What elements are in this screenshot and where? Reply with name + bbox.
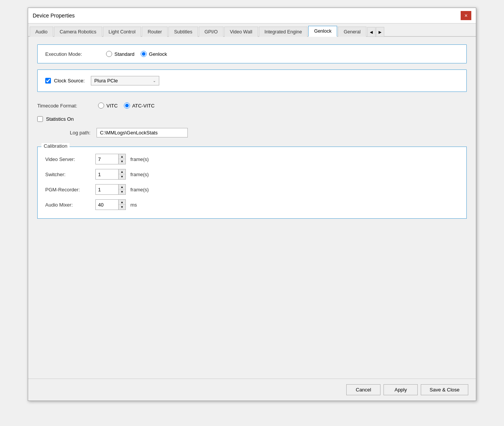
radio-atcvitc-input[interactable] <box>124 103 130 109</box>
pgm-recorder-decrement[interactable]: ▼ <box>119 189 125 194</box>
chevron-down-icon: ⌄ <box>153 79 156 83</box>
window-title: Device Properties <box>33 13 75 19</box>
pgm-recorder-input[interactable] <box>96 185 119 194</box>
clock-source-label: Clock Source: <box>54 78 85 84</box>
pgm-recorder-spinner-buttons: ▲ ▼ <box>119 185 125 194</box>
calibration-section: Calibration Video Server: ▲ ▼ frame(s) S… <box>37 147 467 219</box>
execution-mode-label: Execution Mode: <box>45 51 98 57</box>
radio-vitc-label: VITC <box>106 103 118 109</box>
clock-source-section: Clock Source: Plura PCle ⌄ <box>37 69 467 92</box>
save-close-button[interactable]: Save & Close <box>421 384 468 395</box>
tab-camera-robotics[interactable]: Camera Robotics <box>54 27 102 37</box>
radio-genlock-label: Genlock <box>149 51 167 57</box>
footer: Cancel Apply Save & Close <box>28 379 476 401</box>
pgm-recorder-label: PGM-Recorder: <box>45 187 91 192</box>
switcher-spinner: ▲ ▼ <box>95 169 126 180</box>
timecode-radio-group: VITC ATC-VITC <box>98 103 155 109</box>
radio-atcvitc-label: ATC-VITC <box>132 103 155 109</box>
radio-standard-input[interactable] <box>106 51 112 57</box>
tab-video-wall[interactable]: Video Wall <box>224 27 258 37</box>
switcher-row: Switcher: ▲ ▼ frame(s) <box>45 167 459 182</box>
timecode-label: Timecode Format: <box>37 103 90 109</box>
audio-mixer-label: Audio Mixer: <box>45 202 91 208</box>
clock-source-value: Plura PCle <box>94 78 118 84</box>
radio-genlock[interactable]: Genlock <box>141 51 167 57</box>
execution-mode-row: Execution Mode: Standard Genlock <box>45 51 459 57</box>
radio-standard[interactable]: Standard <box>106 51 135 57</box>
audio-mixer-spinner-buttons: ▲ ▼ <box>119 200 125 210</box>
statistics-checkbox[interactable] <box>37 116 43 122</box>
execution-mode-section: Execution Mode: Standard Genlock <box>37 44 467 63</box>
execution-mode-radio-group: Standard Genlock <box>106 51 167 57</box>
radio-atcvitc[interactable]: ATC-VITC <box>124 103 155 109</box>
tab-router[interactable]: Router <box>142 27 168 37</box>
pgm-recorder-increment[interactable]: ▲ <box>119 185 125 189</box>
tab-nav-prev[interactable]: ◀ <box>367 27 376 37</box>
statistics-checkbox-label[interactable]: Statistics On <box>37 116 74 122</box>
statistics-section: Statistics On <box>37 113 467 125</box>
video-server-row: Video Server: ▲ ▼ frame(s) <box>45 151 459 167</box>
timecode-section: Timecode Format: VITC ATC-VITC <box>37 98 467 113</box>
tab-gpio[interactable]: GPI/O <box>199 27 223 37</box>
statistics-label: Statistics On <box>46 116 74 122</box>
audio-mixer-decrement[interactable]: ▼ <box>119 205 125 210</box>
switcher-input[interactable] <box>96 169 119 179</box>
calibration-legend: Calibration <box>41 143 70 149</box>
switcher-unit: frame(s) <box>130 172 149 177</box>
video-server-input[interactable] <box>96 154 119 164</box>
audio-mixer-row: Audio Mixer: ▲ ▼ ms <box>45 197 459 212</box>
pgm-recorder-row: PGM-Recorder: ▲ ▼ frame(s) <box>45 182 459 197</box>
pgm-recorder-spinner: ▲ ▼ <box>95 184 126 195</box>
video-server-spinner-buttons: ▲ ▼ <box>119 154 125 164</box>
tab-audio[interactable]: Audio <box>30 27 53 37</box>
timecode-row: Timecode Format: VITC ATC-VITC <box>37 99 467 112</box>
switcher-decrement[interactable]: ▼ <box>119 174 125 179</box>
video-server-label: Video Server: <box>45 156 91 162</box>
switcher-spinner-buttons: ▲ ▼ <box>119 169 125 179</box>
logpath-input[interactable] <box>97 128 188 137</box>
switcher-label: Switcher: <box>45 172 91 177</box>
logpath-row: Log path: <box>37 125 467 140</box>
radio-vitc-input[interactable] <box>98 103 104 109</box>
tab-genlock[interactable]: Genlock <box>308 26 337 37</box>
tabs-bar: Audio Camera Robotics Light Control Rout… <box>28 24 476 37</box>
audio-mixer-input[interactable] <box>96 200 119 210</box>
apply-button[interactable]: Apply <box>384 384 418 395</box>
title-bar: Device Properties × <box>28 8 476 24</box>
radio-genlock-input[interactable] <box>141 51 147 57</box>
logpath-label: Log path: <box>37 130 90 136</box>
close-button[interactable]: × <box>461 11 471 20</box>
radio-vitc[interactable]: VITC <box>98 103 118 109</box>
video-server-decrement[interactable]: ▼ <box>119 159 125 164</box>
device-properties-window: Device Properties × Audio Camera Robotic… <box>28 8 476 401</box>
pgm-recorder-unit: frame(s) <box>130 187 149 192</box>
tab-integrated-engine[interactable]: Integrated Engine <box>259 27 308 37</box>
audio-mixer-increment[interactable]: ▲ <box>119 200 125 205</box>
content-area: Execution Mode: Standard Genlock <box>28 37 476 379</box>
tab-subtitles[interactable]: Subtitles <box>168 27 198 37</box>
video-server-spinner: ▲ ▼ <box>95 154 126 164</box>
switcher-increment[interactable]: ▲ <box>119 169 125 174</box>
tab-light-control[interactable]: Light Control <box>103 27 141 37</box>
video-server-increment[interactable]: ▲ <box>119 154 125 159</box>
clock-source-dropdown[interactable]: Plura PCle ⌄ <box>91 76 159 85</box>
audio-mixer-spinner: ▲ ▼ <box>95 199 126 210</box>
cancel-button[interactable]: Cancel <box>346 384 380 395</box>
radio-standard-label: Standard <box>114 51 135 57</box>
clock-source-checkbox[interactable] <box>45 78 51 84</box>
audio-mixer-unit: ms <box>130 202 137 208</box>
clock-source-row: Clock Source: Plura PCle ⌄ <box>45 76 459 85</box>
video-server-unit: frame(s) <box>130 156 149 162</box>
clock-source-checkbox-label[interactable]: Clock Source: <box>45 78 85 84</box>
tab-general[interactable]: General <box>338 27 366 37</box>
tab-nav-next[interactable]: ▶ <box>376 27 384 37</box>
